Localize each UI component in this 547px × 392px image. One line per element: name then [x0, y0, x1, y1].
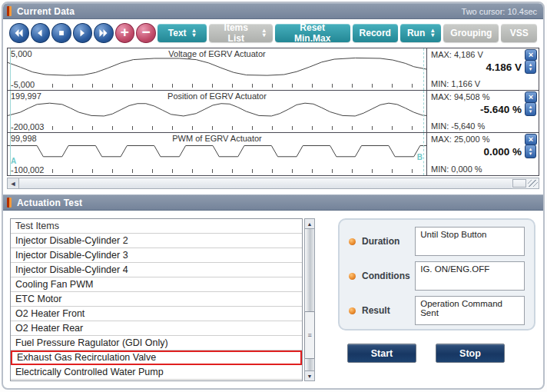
actuation-test-content: Test Items Injector Disable-Cylinder 2 I… [3, 211, 543, 381]
play-button[interactable] [73, 23, 93, 43]
min-readout: MIN: 1,166 V [431, 79, 480, 88]
cursor-b-label: B [417, 153, 423, 161]
scan-tool-window: Current Data Two cursor: 10.4sec + − Tex… [2, 2, 545, 390]
reset-minmax-button[interactable]: Reset Min.Max [275, 24, 350, 42]
scrollbar-track[interactable]: ≡ [305, 229, 314, 370]
current-value: -5.640 % [480, 104, 522, 115]
min-readout: MIN: -5,640 % [431, 121, 485, 131]
close-icon: × [529, 51, 533, 59]
voltage-info-panel: MAX: 4,186 V × 4.186 V ▴▾ MIN: 1,166 V [426, 48, 539, 90]
close-channel-button[interactable]: × [525, 134, 537, 145]
fast-forward-button[interactable] [94, 23, 114, 43]
stop-playback-button[interactable] [51, 23, 71, 43]
panel-flame-icon [7, 198, 12, 208]
minus-icon: − [141, 25, 150, 39]
chart-horizontal-scrollbar[interactable]: ◄ [7, 178, 539, 189]
list-vertical-scrollbar[interactable]: ▲ ≡ ▼ [304, 218, 315, 381]
scrollbar-track[interactable] [19, 178, 512, 188]
text-mode-button[interactable]: Text ▴▾ [157, 24, 207, 42]
time-axis-ticks [52, 126, 422, 130]
scale-up-down-button[interactable]: ▴▾ [525, 145, 536, 158]
test-detail-column: Duration Until Stop Button Conditions IG… [315, 218, 535, 381]
duration-value: Until Stop Button [415, 227, 525, 256]
test-action-buttons: Start Stop [338, 344, 535, 363]
items-list-button[interactable]: Items List ▴▾ [209, 24, 273, 42]
stop-button[interactable]: Stop [436, 344, 505, 363]
list-item[interactable]: Injector Disable-Cylinder 3 [11, 248, 302, 263]
conditions-row: Conditions IG. ON/ENG.OFF [349, 261, 525, 291]
waveform-chart-area: 5,000 Voltage of EGRV Actuator -5,000 MA… [7, 48, 539, 176]
list-item[interactable]: ETC Motor [11, 292, 302, 307]
cursor-a-label: A [11, 157, 16, 165]
bullet-icon [349, 273, 356, 280]
position-chart-row: 199,997 Position of EGRV Actuator -200,0… [8, 91, 539, 133]
scroll-down-button[interactable]: ▼ [305, 370, 314, 380]
panel-flame-icon [7, 6, 12, 16]
current-value: 4.186 V [486, 61, 522, 73]
scrollbar-thumb[interactable]: ≡ [304, 311, 315, 359]
scroll-up-button[interactable]: ▲ [305, 219, 314, 229]
y-min-label: -5,000 [11, 80, 35, 89]
list-item[interactable]: Electrically Controlled Water Pump [11, 365, 302, 380]
list-item[interactable]: Cooling Fan PWM [11, 277, 302, 292]
pwm-plot[interactable]: A B 99,998 PWM of EGRV Actuator -100,002 [8, 133, 426, 175]
list-item-selected[interactable]: Exhaust Gas Recirculation Valve [11, 350, 302, 365]
triangle-up-icon: ▲ [307, 221, 313, 227]
max-readout: MAX: 94,508 % [431, 92, 489, 101]
spinner-icon: ▴▾ [193, 28, 196, 38]
plus-button[interactable]: + [115, 23, 135, 43]
duration-label: Duration [362, 236, 415, 247]
grouping-button[interactable]: Grouping [443, 24, 499, 42]
actuation-test-title: Actuation Test [17, 198, 82, 208]
close-channel-button[interactable]: × [525, 49, 537, 61]
list-item[interactable]: Fuel Pressure Ragulator (GDI Only) [11, 336, 302, 350]
chart-title: Voltage of EGRV Actuator [8, 49, 426, 58]
spinner-icon: ▴▾ [431, 28, 434, 38]
conditions-label: Conditions [362, 271, 415, 281]
scrollbar-end-button[interactable] [512, 179, 526, 188]
result-value: Operation Command Sent [415, 296, 525, 325]
triangle-left-icon: ◄ [10, 180, 17, 188]
bullet-icon [349, 307, 356, 314]
y-min-label: -200,003 [11, 122, 44, 131]
panel-divider [3, 189, 543, 194]
minus-button[interactable]: − [136, 23, 156, 43]
test-details-panel: Duration Until Stop Button Conditions IG… [338, 218, 535, 331]
current-data-title: Current Data [17, 6, 75, 17]
two-cursor-readout: Two cursor: 10.4sec [462, 7, 537, 16]
resize-grip-icon[interactable] [528, 180, 538, 187]
list-item[interactable]: O2 Heater Front [11, 307, 302, 321]
duration-row: Duration Until Stop Button [349, 227, 525, 256]
close-icon: × [529, 135, 533, 144]
close-icon: × [529, 93, 533, 101]
rewind-button[interactable] [9, 23, 29, 43]
list-item[interactable]: Injector Disable-Cylinder 4 [11, 263, 302, 277]
previous-icon [35, 28, 45, 38]
voltage-plot[interactable]: 5,000 Voltage of EGRV Actuator -5,000 [8, 48, 426, 90]
pwm-chart-row: A B 99,998 PWM of EGRV Actuator -100,002… [8, 133, 539, 175]
voltage-chart-row: 5,000 Voltage of EGRV Actuator -5,000 MA… [8, 48, 539, 91]
y-min-label: -100,002 [11, 165, 44, 174]
current-data-titlebar: Current Data Two cursor: 10.4sec [3, 3, 543, 19]
list-item[interactable]: Injector Disable-Cylinder 2 [11, 234, 302, 248]
scale-up-down-button[interactable]: ▴▾ [525, 102, 536, 116]
start-button[interactable]: Start [347, 344, 416, 363]
vss-button[interactable]: VSS [501, 24, 537, 42]
list-item[interactable]: O2 Heater Rear [11, 321, 302, 336]
scroll-left-button[interactable]: ◄ [8, 178, 19, 188]
rewind-icon [14, 28, 24, 38]
max-readout: MAX: 25,000 % [431, 135, 489, 144]
run-button[interactable]: Run ▴▾ [400, 24, 441, 42]
grip-icon: ≡ [307, 331, 311, 339]
position-plot[interactable]: 199,997 Position of EGRV Actuator -200,0… [8, 91, 426, 132]
close-channel-button[interactable]: × [525, 91, 537, 103]
actuation-test-titlebar: Actuation Test [3, 194, 543, 211]
record-button[interactable]: Record [353, 24, 398, 42]
scale-up-down-button[interactable]: ▴▾ [525, 60, 536, 74]
step-back-button[interactable] [31, 23, 51, 43]
list-header: Test Items [11, 219, 302, 234]
plus-icon: + [121, 25, 129, 39]
spinner-icon: ▴▾ [263, 28, 266, 38]
chart-title: Position of EGRV Actuator [8, 91, 426, 101]
conditions-value: IG. ON/ENG.OFF [415, 261, 525, 291]
